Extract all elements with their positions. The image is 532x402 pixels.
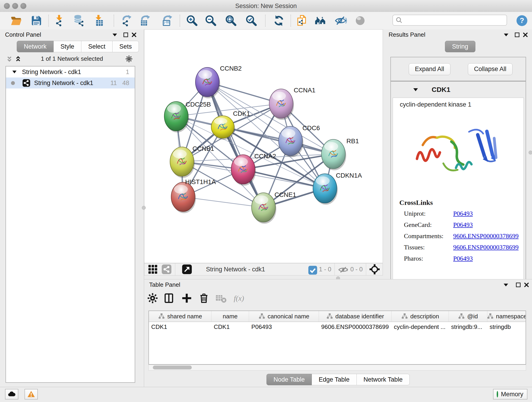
tab-string[interactable]: String xyxy=(445,41,475,52)
zoom-out-button[interactable] xyxy=(204,14,217,27)
expand-collapse-bar: Expand All Collapse All xyxy=(390,57,526,81)
import-network-file-button[interactable] xyxy=(53,14,66,27)
column-header-canonical-name[interactable]: canonical name xyxy=(249,311,319,322)
collapse-all-button[interactable]: Collapse All xyxy=(468,63,513,75)
toolbar-separator xyxy=(366,263,366,275)
table-cell: P06493 xyxy=(249,322,319,332)
memory-button[interactable]: Memory xyxy=(493,389,527,400)
table-horizontal-scrollbar[interactable] xyxy=(148,365,526,370)
column-header--id[interactable]: @id xyxy=(449,311,487,322)
new-network-from-selection-button[interactable] xyxy=(296,14,309,27)
column-type-icon xyxy=(158,313,165,319)
delete-column-button[interactable] xyxy=(198,292,211,305)
tab-edge-table[interactable]: Edge Table xyxy=(312,374,357,385)
cloud-status-button[interactable] xyxy=(5,389,18,400)
network-options-gear-icon[interactable] xyxy=(125,55,133,63)
crosslink-link[interactable]: 9606.ENSP00000378699 xyxy=(453,232,519,240)
panel-menu-icon[interactable] xyxy=(503,282,509,288)
protein-card-header[interactable]: CDK1 xyxy=(391,82,526,98)
export-network-button[interactable] xyxy=(120,14,133,27)
tab-network-table[interactable]: Network Table xyxy=(357,374,410,385)
node-CCNE1[interactable]: CCNE1 xyxy=(252,191,296,224)
open-session-button[interactable] xyxy=(10,14,22,27)
column-header-database-identifier[interactable]: database identifier xyxy=(319,311,392,322)
show-all-button[interactable] xyxy=(354,14,367,27)
left-splitter-grip[interactable] xyxy=(142,206,146,210)
warning-status-button[interactable] xyxy=(25,389,38,400)
save-session-button[interactable] xyxy=(30,14,43,27)
tab-network[interactable]: Network xyxy=(17,41,54,52)
memory-status-dot xyxy=(497,391,498,397)
toggle-column-button[interactable] xyxy=(163,292,176,305)
search-box[interactable] xyxy=(393,15,507,26)
node-CDKN1A[interactable]: CDKN1A xyxy=(313,172,362,205)
export-image-button[interactable] xyxy=(161,14,174,27)
protein-description: cyclin-dependent kinase 1 xyxy=(400,101,471,108)
crosslink-row: Compartments: 9606.ENSP00000378699 xyxy=(404,230,519,242)
delete-table-button[interactable] xyxy=(215,292,228,305)
column-header-name[interactable]: name xyxy=(211,311,249,322)
node-CCNB1[interactable]: CCNB1 xyxy=(170,145,214,178)
toolbar-separator xyxy=(48,15,49,27)
table-row[interactable]: CDK1CDK1P064939606.ENSP00000378699cyclin… xyxy=(149,322,526,332)
panel-menu-icon[interactable] xyxy=(503,32,509,38)
grid-view-button[interactable] xyxy=(147,264,158,274)
function-builder-button[interactable]: f(x) xyxy=(233,292,246,305)
zoom-in-button[interactable] xyxy=(185,14,198,27)
apply-layout-button[interactable] xyxy=(272,14,285,27)
float-panel-icon[interactable] xyxy=(515,282,521,288)
column-header-description[interactable]: description xyxy=(392,311,449,322)
node-RB1[interactable]: RB1 xyxy=(322,138,359,170)
tab-node-table[interactable]: Node Table xyxy=(266,374,312,385)
help-button[interactable]: ? xyxy=(515,14,528,27)
scrollbar-thumb[interactable] xyxy=(153,366,192,370)
network-canvas[interactable]: CCNB2 CCNA1 CDC25B xyxy=(144,29,383,263)
close-panel-icon[interactable] xyxy=(524,282,530,288)
export-table-button[interactable] xyxy=(139,14,152,27)
first-neighbors-button[interactable] xyxy=(314,14,327,27)
network-nodes: CCNB2 CCNA1 CDC25B xyxy=(164,65,362,224)
expand-all-button[interactable]: Expand All xyxy=(409,63,450,75)
crosslink-link[interactable]: 9606.ENSP00000378699 xyxy=(453,244,519,251)
node-CCNA2[interactable]: CCNA2 xyxy=(231,153,276,186)
search-input[interactable] xyxy=(404,17,507,24)
column-header-shared-name[interactable]: shared name xyxy=(149,311,211,322)
float-panel-icon[interactable] xyxy=(123,32,129,38)
panel-menu-icon[interactable] xyxy=(112,32,118,38)
node-CDC6[interactable]: CDC6 xyxy=(279,124,320,157)
node-HIST1H1A[interactable]: HIST1H1A xyxy=(171,178,216,213)
results-panel-title: Results Panel xyxy=(389,29,425,40)
crosslink-link[interactable]: P06493 xyxy=(453,221,473,229)
network-row[interactable]: String Network - cdk1 11 48 xyxy=(6,77,135,89)
crosslink-link[interactable]: P06493 xyxy=(453,255,473,262)
collection-expand-caret-icon[interactable] xyxy=(12,69,17,76)
navigator-button[interactable] xyxy=(369,264,380,274)
crosslink-row: Pharos: P06493 xyxy=(404,253,519,264)
import-table-button[interactable] xyxy=(93,14,106,27)
detach-view-button[interactable] xyxy=(182,264,192,274)
right-splitter-grip[interactable] xyxy=(529,151,532,154)
hidden-eye-icon xyxy=(338,264,348,274)
tab-sets[interactable]: Sets xyxy=(113,41,139,52)
node-table[interactable]: shared namenamecanonical namedatabase id… xyxy=(148,311,526,365)
collapse-caret-icon[interactable] xyxy=(413,87,418,92)
import-network-database-button[interactable] xyxy=(72,14,85,27)
close-panel-icon[interactable] xyxy=(131,32,137,38)
warning-icon xyxy=(27,390,35,398)
tab-select[interactable]: Select xyxy=(81,41,113,52)
create-column-button[interactable] xyxy=(181,292,194,305)
node-CCNB2[interactable]: CCNB2 xyxy=(196,65,242,98)
tab-style[interactable]: Style xyxy=(54,41,81,52)
protein-structure-image xyxy=(409,111,510,193)
column-header-namespace[interactable]: namespace xyxy=(487,311,526,322)
close-panel-icon[interactable] xyxy=(522,32,528,38)
svg-text:?: ? xyxy=(520,16,524,25)
table-settings-button[interactable] xyxy=(147,292,159,305)
zoom-fit-button[interactable] xyxy=(224,14,237,27)
single-view-button[interactable] xyxy=(161,264,172,274)
crosslink-link[interactable]: P06493 xyxy=(453,210,473,217)
float-panel-icon[interactable] xyxy=(514,32,520,38)
zoom-selected-button[interactable] xyxy=(245,14,258,27)
hide-selected-button[interactable] xyxy=(334,14,347,27)
network-collection-row[interactable]: String Network - cdk1 1 xyxy=(6,66,135,77)
